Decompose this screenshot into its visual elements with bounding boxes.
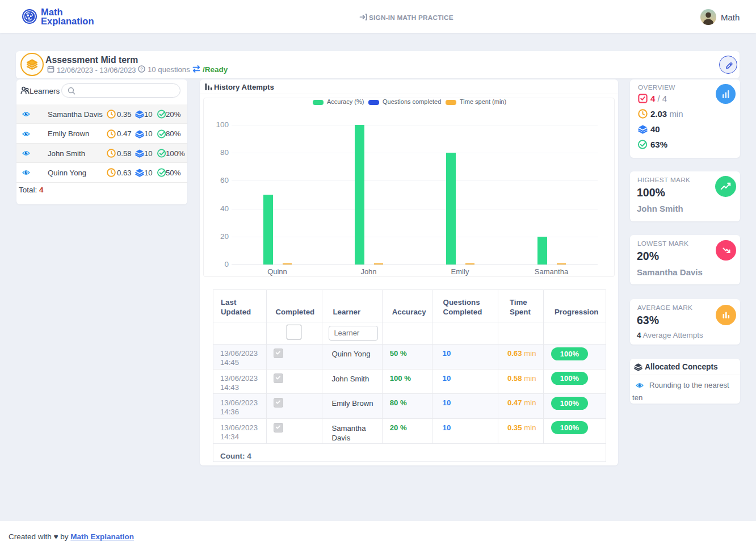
- svg-text:?: ?: [140, 66, 143, 72]
